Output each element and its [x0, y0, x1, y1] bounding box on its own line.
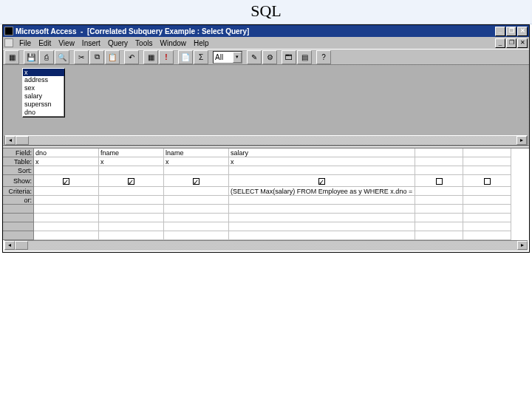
empty-cell[interactable]: [415, 222, 463, 231]
table-cell[interactable]: x: [34, 157, 99, 166]
table-cell[interactable]: x: [164, 157, 229, 166]
criteria-cell[interactable]: (SELECT Max(salary) FROM Employee as y W…: [229, 187, 415, 196]
fieldlist-item[interactable]: sex: [23, 84, 64, 92]
sort-cell[interactable]: [415, 166, 463, 175]
criteria-cell[interactable]: [415, 187, 463, 196]
empty-cell[interactable]: [164, 222, 229, 231]
query-type-button[interactable]: ▦: [143, 50, 158, 64]
new-object-button[interactable]: ▤: [297, 50, 312, 64]
build-button[interactable]: ⚙: [262, 50, 277, 64]
empty-cell[interactable]: [99, 205, 164, 214]
grid-hscrollbar[interactable]: ◂ ▸: [4, 240, 528, 250]
field-cell[interactable]: lname: [164, 149, 229, 157]
undo-button[interactable]: ↶: [124, 50, 139, 64]
cut-button[interactable]: ✂: [74, 50, 89, 64]
mdi-restore-button[interactable]: ❐: [506, 38, 516, 48]
empty-cell[interactable]: [99, 214, 164, 222]
criteria-cell[interactable]: [463, 187, 511, 196]
sort-cell[interactable]: [34, 166, 99, 175]
table-cell[interactable]: x: [229, 157, 415, 166]
empty-cell[interactable]: [164, 231, 229, 240]
scroll-thumb[interactable]: [15, 241, 28, 250]
mdi-close-button[interactable]: ✕: [517, 38, 528, 48]
show-cell[interactable]: [415, 175, 463, 187]
fieldlist-item[interactable]: superssn: [23, 100, 64, 109]
fieldlist-item[interactable]: dno: [23, 109, 64, 117]
top-values-combo[interactable]: ▾: [213, 51, 242, 64]
show-cell[interactable]: [99, 175, 164, 187]
help-button[interactable]: ?: [316, 50, 331, 64]
menu-tools[interactable]: Tools: [132, 38, 156, 48]
empty-cell[interactable]: [463, 205, 511, 214]
field-cell[interactable]: salary: [229, 149, 415, 157]
or-cell[interactable]: [99, 196, 164, 205]
menu-query[interactable]: Query: [104, 38, 132, 48]
paste-button[interactable]: 📋: [105, 50, 120, 64]
diagram-hscrollbar[interactable]: ◂ ▸: [4, 135, 528, 146]
copy-button[interactable]: ⧉: [89, 50, 104, 64]
table-cell[interactable]: [463, 157, 511, 166]
empty-cell[interactable]: [415, 231, 463, 240]
sort-cell[interactable]: [99, 166, 164, 175]
table-diagram-pane[interactable]: x address sex salary superssn dno ◂ ▸: [3, 65, 529, 146]
empty-cell[interactable]: [229, 205, 415, 214]
empty-cell[interactable]: [229, 231, 415, 240]
save-button[interactable]: 💾: [24, 50, 38, 64]
empty-cell[interactable]: [463, 214, 511, 222]
checkbox-icon[interactable]: [436, 178, 443, 185]
close-button[interactable]: ✕: [517, 27, 528, 36]
database-window-button[interactable]: 🗔: [282, 50, 296, 64]
menu-help[interactable]: Help: [190, 38, 213, 48]
scroll-left-button[interactable]: ◂: [5, 136, 16, 145]
scroll-thumb[interactable]: [16, 136, 29, 145]
run-button[interactable]: !: [159, 50, 174, 64]
checkbox-icon[interactable]: [193, 178, 200, 185]
checkbox-icon[interactable]: [318, 178, 325, 185]
view-button[interactable]: ▦: [4, 50, 19, 64]
field-cell[interactable]: fname: [99, 149, 164, 157]
or-cell[interactable]: [34, 196, 99, 205]
checkbox-icon[interactable]: [128, 178, 134, 185]
or-cell[interactable]: [229, 196, 415, 205]
mdi-minimize-button[interactable]: _: [495, 38, 505, 48]
show-cell[interactable]: [34, 175, 99, 187]
empty-cell[interactable]: [99, 222, 164, 231]
fieldlist-item[interactable]: salary: [23, 92, 64, 100]
scroll-right-button[interactable]: ▸: [516, 136, 527, 145]
field-cell[interactable]: [463, 149, 511, 157]
checkbox-icon[interactable]: [484, 178, 491, 185]
criteria-cell[interactable]: [164, 187, 229, 196]
or-cell[interactable]: [164, 196, 229, 205]
criteria-cell[interactable]: [99, 187, 164, 196]
empty-cell[interactable]: [415, 214, 463, 222]
empty-cell[interactable]: [164, 205, 229, 214]
scroll-right-button[interactable]: ▸: [517, 241, 528, 250]
sort-cell[interactable]: [463, 166, 511, 175]
scroll-track[interactable]: [15, 241, 517, 250]
chevron-down-icon[interactable]: ▾: [233, 52, 242, 63]
empty-cell[interactable]: [34, 222, 99, 231]
empty-cell[interactable]: [229, 222, 415, 231]
table-cell[interactable]: x: [99, 157, 164, 166]
menu-window[interactable]: Window: [156, 38, 190, 48]
empty-cell[interactable]: [415, 205, 463, 214]
menu-insert[interactable]: Insert: [78, 38, 104, 48]
print-button[interactable]: ⎙: [39, 50, 54, 64]
menu-edit[interactable]: Edit: [35, 38, 55, 48]
fieldlist-x[interactable]: x address sex salary superssn dno: [22, 68, 65, 117]
show-cell[interactable]: [229, 175, 415, 187]
or-cell[interactable]: [415, 196, 463, 205]
properties-button[interactable]: ✎: [247, 50, 262, 64]
maximize-button[interactable]: ❐: [506, 27, 516, 36]
table-cell[interactable]: [415, 157, 463, 166]
minimize-button[interactable]: _: [495, 27, 505, 36]
empty-cell[interactable]: [34, 231, 99, 240]
menu-view[interactable]: View: [55, 38, 78, 48]
fieldlist-item[interactable]: address: [23, 76, 64, 84]
show-cell[interactable]: [463, 175, 511, 187]
empty-cell[interactable]: [164, 214, 229, 222]
empty-cell[interactable]: [34, 214, 99, 222]
or-cell[interactable]: [463, 196, 511, 205]
empty-cell[interactable]: [229, 214, 415, 222]
empty-cell[interactable]: [34, 205, 99, 214]
